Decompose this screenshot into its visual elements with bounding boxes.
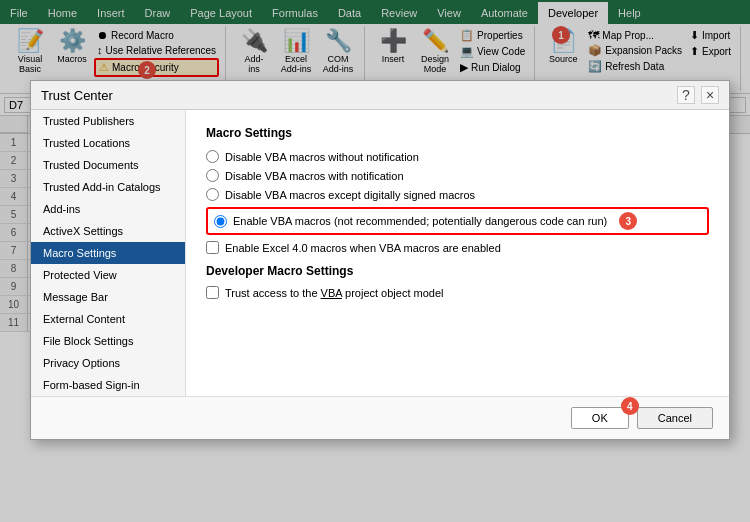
checkbox-vba-access[interactable] bbox=[206, 286, 219, 299]
modal-help-button[interactable]: ? bbox=[677, 86, 695, 104]
ok-button[interactable]: OK bbox=[571, 407, 629, 429]
sidebar-item-external-content[interactable]: External Content bbox=[31, 308, 185, 330]
modal-close-button[interactable]: × bbox=[701, 86, 719, 104]
checkbox-vba-wrapper: Trust access to the VBA project object m… bbox=[206, 286, 709, 299]
checkbox-excel40-wrapper: Enable Excel 4.0 macros when VBA macros … bbox=[206, 241, 709, 254]
vba-underline: VBA bbox=[321, 287, 342, 299]
radio-disable-no-notification-input[interactable] bbox=[206, 150, 219, 163]
radio-disable-signed-label: Disable VBA macros except digitally sign… bbox=[225, 189, 475, 201]
radio-disable-with-notification-input[interactable] bbox=[206, 169, 219, 182]
sidebar-item-trusted-addin-catalogs[interactable]: Trusted Add-in Catalogs bbox=[31, 176, 185, 198]
sidebar-item-message-bar[interactable]: Message Bar bbox=[31, 286, 185, 308]
modal-sidebar: Trusted Publishers Trusted Locations Tru… bbox=[31, 110, 186, 396]
radio-disable-signed-input[interactable] bbox=[206, 188, 219, 201]
radio-disable-signed: Disable VBA macros except digitally sign… bbox=[206, 188, 709, 201]
ok-btn-wrapper: 4 OK bbox=[571, 407, 629, 429]
radio-disable-with-notification-label: Disable VBA macros with notification bbox=[225, 170, 404, 182]
modal-title-bar: Trust Center ? × bbox=[31, 81, 729, 110]
checkbox-excel40[interactable] bbox=[206, 241, 219, 254]
modal-body: Trusted Publishers Trusted Locations Tru… bbox=[31, 110, 729, 396]
sidebar-item-addins[interactable]: Add-ins bbox=[31, 198, 185, 220]
modal-footer: 4 OK Cancel bbox=[31, 396, 729, 439]
sidebar-item-form-based-signin[interactable]: Form-based Sign-in bbox=[31, 374, 185, 396]
sidebar-item-macro-settings[interactable]: Macro Settings bbox=[31, 242, 185, 264]
radio-disable-no-notification-label: Disable VBA macros without notification bbox=[225, 151, 419, 163]
checkbox-excel40-label: Enable Excel 4.0 macros when VBA macros … bbox=[225, 242, 501, 254]
radio-disable-with-notification: Disable VBA macros with notification bbox=[206, 169, 709, 182]
badge-4: 4 bbox=[621, 397, 639, 415]
dev-section-title: Developer Macro Settings bbox=[206, 264, 709, 278]
badge-3: 3 bbox=[619, 212, 637, 230]
checkbox-vba-label: Trust access to the VBA project object m… bbox=[225, 287, 443, 299]
trust-center-dialog: Trust Center ? × Trusted Publishers Trus… bbox=[30, 80, 730, 440]
sidebar-item-privacy-options[interactable]: Privacy Options bbox=[31, 352, 185, 374]
sidebar-item-trusted-locations[interactable]: Trusted Locations bbox=[31, 132, 185, 154]
sidebar-item-file-block-settings[interactable]: File Block Settings bbox=[31, 330, 185, 352]
sidebar-item-trusted-publishers[interactable]: Trusted Publishers bbox=[31, 110, 185, 132]
sidebar-item-trusted-documents[interactable]: Trusted Documents bbox=[31, 154, 185, 176]
macro-settings-section-title: Macro Settings bbox=[206, 126, 709, 140]
modal-main: Macro Settings Disable VBA macros withou… bbox=[186, 110, 729, 396]
radio-enable-macros-wrapper: Enable VBA macros (not recommended; pote… bbox=[206, 207, 709, 235]
sidebar-item-activex-settings[interactable]: ActiveX Settings bbox=[31, 220, 185, 242]
sidebar-item-protected-view[interactable]: Protected View bbox=[31, 264, 185, 286]
cancel-button[interactable]: Cancel bbox=[637, 407, 713, 429]
radio-enable-macros-input[interactable] bbox=[214, 215, 227, 228]
radio-enable-macros-label: Enable VBA macros (not recommended; pote… bbox=[233, 215, 607, 227]
radio-disable-no-notification: Disable VBA macros without notification bbox=[206, 150, 709, 163]
modal-title: Trust Center bbox=[41, 88, 113, 103]
